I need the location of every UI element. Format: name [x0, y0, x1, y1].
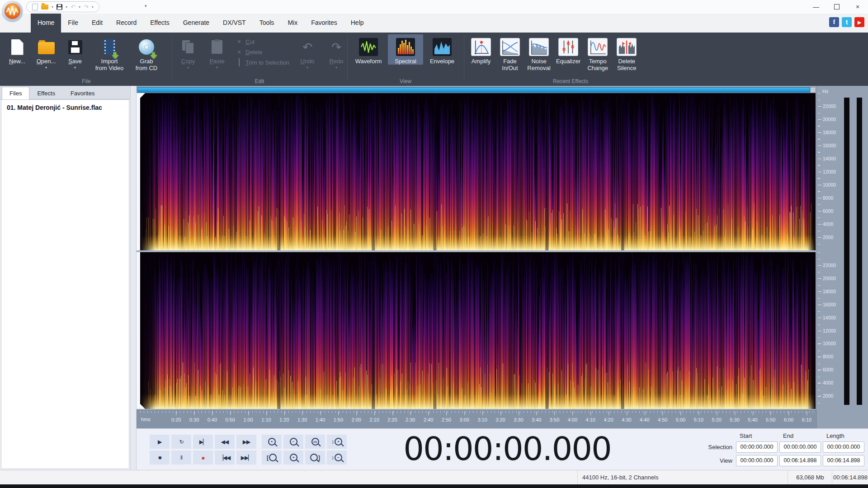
- overview-scrollbar[interactable]: [137, 87, 810, 93]
- zoom-selection-start-button[interactable]: [: [261, 450, 282, 465]
- ruler-tick-label: 5:20: [712, 417, 722, 422]
- import-from-video-button[interactable]: Import from Video: [90, 34, 129, 71]
- paste-button[interactable]: Paste ▾: [203, 34, 231, 70]
- menu-tab-help[interactable]: Help: [344, 14, 371, 33]
- menu-tab-mix[interactable]: Mix: [281, 14, 304, 33]
- panel-splitter[interactable]: [130, 86, 137, 470]
- menu-tab-tools[interactable]: Tools: [253, 14, 281, 33]
- file-list-item[interactable]: 01. Matej Deronjić - Sunrise.flac: [1, 100, 129, 115]
- panel-tab-favorites[interactable]: Favorites: [63, 87, 102, 99]
- quick-undo-icon[interactable]: ↶: [71, 4, 75, 10]
- zoom-100-button[interactable]: 100: [305, 434, 326, 449]
- redo-icon: ↷: [331, 41, 341, 53]
- twitter-icon[interactable]: t: [842, 17, 852, 27]
- save-button[interactable]: Save ▾: [61, 34, 90, 70]
- frequency-tick-label: 12000: [823, 169, 836, 174]
- zoom-selection-button[interactable]: +: [283, 450, 304, 465]
- menu-tab-home[interactable]: Home: [31, 14, 61, 33]
- chevron-down-icon[interactable]: ▾: [79, 5, 80, 9]
- zoom-vertical-out-button[interactable]: ↕−: [326, 450, 347, 465]
- zoom-out-button[interactable]: −: [283, 434, 304, 449]
- facebook-icon[interactable]: f: [829, 17, 839, 27]
- status-file-size: 63,068 Mb: [788, 470, 832, 484]
- chevron-down-icon[interactable]: ▾: [92, 5, 94, 9]
- quick-open-folder-icon[interactable]: [41, 5, 48, 9]
- menu-tab-edit[interactable]: Edit: [85, 14, 109, 33]
- loop-button[interactable]: ↻: [171, 434, 192, 449]
- ruler-tick-label: 3:40: [532, 417, 541, 422]
- youtube-icon[interactable]: ▶: [854, 17, 864, 27]
- stop-button[interactable]: ■: [149, 450, 170, 465]
- amplify-button[interactable]: Amplify: [467, 34, 495, 65]
- panel-tab-files[interactable]: Files: [2, 87, 29, 99]
- go-to-end-button[interactable]: ▶▶▏: [236, 450, 257, 465]
- delete-silence-button[interactable]: Delete Silence: [612, 34, 641, 71]
- waveform-view-button[interactable]: Waveform: [349, 34, 388, 65]
- selection-marker-top[interactable]: [140, 93, 145, 98]
- noise-removal-button[interactable]: Noise Removal: [524, 34, 553, 71]
- zoom-selection-start-prefix: [: [267, 455, 269, 461]
- close-button[interactable]: ×: [847, 0, 868, 14]
- selection-marker-bottom[interactable]: [140, 404, 145, 409]
- chevron-down-icon[interactable]: ▾: [66, 5, 67, 9]
- menu-tab-record[interactable]: Record: [109, 14, 143, 33]
- frequency-tick-label: 4000: [823, 221, 833, 227]
- chevron-down-icon[interactable]: ▾: [74, 66, 76, 70]
- menu-tab-effects[interactable]: Effects: [143, 14, 176, 33]
- undo-button[interactable]: ↶ Undo ▾: [293, 34, 322, 70]
- chevron-down-icon[interactable]: ▾: [52, 5, 53, 9]
- menu-tab-dx-vst[interactable]: DX/VST: [216, 14, 253, 33]
- go-to-start-button[interactable]: ▕◀◀: [214, 450, 235, 465]
- overview-scrollbar-cap[interactable]: [810, 87, 816, 93]
- trim-to-selection-button[interactable]: Trim to Selection: [236, 59, 289, 66]
- tempo-change-button[interactable]: Tempo Change: [583, 34, 612, 71]
- selection-end-field[interactable]: 00:00:00.000: [779, 441, 821, 453]
- grab-from-cd-button[interactable]: Grab from CD: [129, 34, 164, 71]
- copy-button[interactable]: Copy ▾: [174, 34, 203, 70]
- menu-tab-generate[interactable]: Generate: [176, 14, 216, 33]
- open-folder-icon: [38, 42, 55, 54]
- minimize-button[interactable]: —: [806, 0, 826, 14]
- customize-toolbar-icon[interactable]: ▾: [145, 4, 147, 8]
- group-label-edit: Edit: [174, 78, 345, 84]
- redo-button[interactable]: ↷ Redo ▾: [322, 34, 351, 70]
- envelope-view-button[interactable]: Envelope: [423, 34, 461, 65]
- zoom-vertical-in-button[interactable]: ↕+: [326, 434, 347, 449]
- spectrogram-right-channel[interactable]: [140, 252, 816, 409]
- view-end-field[interactable]: 00:06:14.898: [779, 455, 821, 466]
- panel-tab-effects[interactable]: Effects: [29, 87, 63, 99]
- view-length-field[interactable]: 00:06:14.898: [823, 455, 864, 466]
- cut-button[interactable]: × Cut: [236, 38, 289, 45]
- record-button[interactable]: ●: [193, 450, 213, 465]
- rewind-button[interactable]: ◀◀: [214, 434, 235, 449]
- quick-save-icon[interactable]: [57, 4, 62, 10]
- app-logo[interactable]: [2, 1, 23, 21]
- menu-tab-file[interactable]: File: [61, 14, 85, 33]
- group-label-recent-effects: Recent Effects: [467, 78, 675, 84]
- delete-button[interactable]: × Delete: [236, 48, 289, 56]
- pause-button[interactable]: ‖: [171, 450, 192, 465]
- new-button[interactable]: New...: [3, 34, 32, 65]
- ribbon-separator: [172, 36, 172, 80]
- quick-new-icon[interactable]: [32, 4, 38, 10]
- open-button[interactable]: Open... ▾: [32, 34, 61, 70]
- view-start-field[interactable]: 00:00:00.000: [736, 455, 778, 466]
- selection-start-field[interactable]: 00:00:00.000: [736, 441, 778, 453]
- ruler-tick-label: 5:50: [766, 417, 775, 422]
- selection-length-field[interactable]: 00:00:00.000: [823, 441, 864, 453]
- spectral-view-button[interactable]: Spectral: [388, 34, 423, 65]
- play-to-end-button[interactable]: ▶▏: [193, 434, 213, 449]
- chevron-down-icon[interactable]: ▾: [45, 66, 47, 70]
- menu-tab-favorites[interactable]: Favorites: [304, 14, 344, 33]
- fast-forward-button[interactable]: ▶▶: [236, 434, 257, 449]
- play-button[interactable]: ▶: [149, 434, 170, 449]
- time-ruler[interactable]: hms 0:200:300:400:501:001:101:201:301:40…: [137, 410, 816, 428]
- spectrogram-left-channel[interactable]: [140, 93, 816, 250]
- equalizer-button[interactable]: Equalizer: [553, 34, 583, 65]
- quick-redo-icon[interactable]: ↷: [84, 4, 89, 10]
- fade-in-out-button[interactable]: Fade In/Out: [495, 34, 524, 71]
- zoom-selection-end-button[interactable]: ]: [305, 450, 326, 465]
- maximize-button[interactable]: [826, 0, 847, 14]
- spectral-viewer[interactable]: hms 0:200:300:400:501:001:101:201:301:40…: [137, 86, 816, 428]
- zoom-in-button[interactable]: +: [261, 434, 282, 449]
